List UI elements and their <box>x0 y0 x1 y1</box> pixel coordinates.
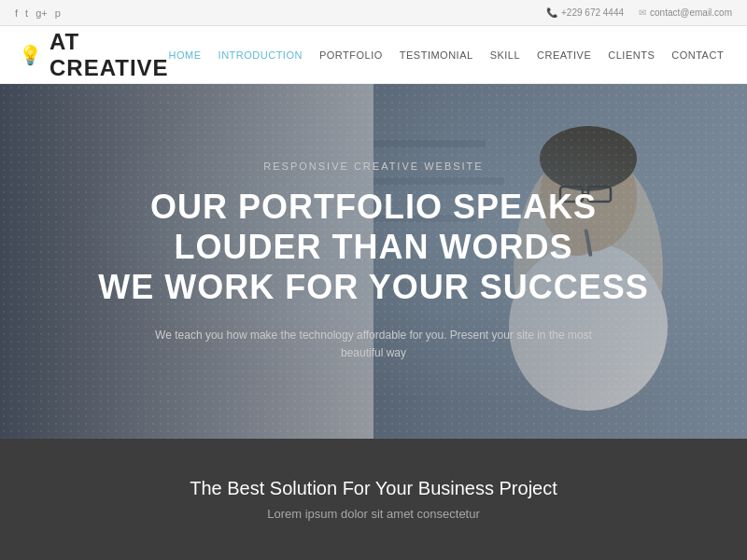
hero-title: OUR PORTFOLIO SPEAKS LOUDER THAN WORDS W… <box>75 187 672 308</box>
nav-testimonial[interactable]: TESTIMONIAL <box>400 49 473 61</box>
phone-info: 📞 +229 672 4444 <box>546 7 624 18</box>
email-address: contact@email.com <box>650 7 732 18</box>
phone-number: +229 672 4444 <box>561 7 624 18</box>
hero-content: RESPONSIVE CREATIVE WEBSITE OUR PORTFOLI… <box>37 161 710 362</box>
hero-title-line2: WE WORK FOR YOUR SUCCESS <box>98 268 648 306</box>
bottom-section: The Best Solution For Your Business Proj… <box>0 439 747 560</box>
hero-description: We teach you how make the technology aff… <box>140 327 607 362</box>
nav-contact[interactable]: CONTACT <box>671 49 724 61</box>
contact-info: 📞 +229 672 4444 ✉ contact@email.com <box>546 7 732 18</box>
top-bar: f t g+ p 📞 +229 672 4444 ✉ contact@email… <box>0 0 747 26</box>
logo-icon: 💡 <box>19 44 42 66</box>
navbar: 💡 AT CREATIVE HOME INTRODUCTION PORTFOLI… <box>0 26 747 84</box>
bottom-title: The Best Solution For Your Business Proj… <box>190 478 557 499</box>
facebook-icon[interactable]: f <box>15 7 18 19</box>
logo[interactable]: 💡 AT CREATIVE <box>19 29 169 81</box>
phone-icon: 📞 <box>546 7 557 18</box>
hero-section: RESPONSIVE CREATIVE WEBSITE OUR PORTFOLI… <box>0 84 747 439</box>
social-icons: f t g+ p <box>15 7 61 19</box>
nav-home[interactable]: HOME <box>169 49 202 61</box>
nav-links: HOME INTRODUCTION PORTFOLIO TESTIMONIAL … <box>169 45 747 64</box>
pinterest-icon[interactable]: p <box>55 7 61 19</box>
nav-introduction[interactable]: INTRODUCTION <box>218 49 303 61</box>
nav-creative[interactable]: CREATIVE <box>537 49 591 61</box>
nav-clients[interactable]: CLIENTS <box>608 49 655 61</box>
hero-subtitle: RESPONSIVE CREATIVE WEBSITE <box>75 161 672 172</box>
bottom-subtitle: Lorem ipsum dolor sit amet consectetur <box>267 507 480 521</box>
email-icon: ✉ <box>639 7 646 18</box>
twitter-icon[interactable]: t <box>25 7 28 19</box>
hero-title-line1: OUR PORTFOLIO SPEAKS LOUDER THAN WORDS <box>150 188 597 266</box>
logo-text: AT CREATIVE <box>49 29 169 81</box>
email-info: ✉ contact@email.com <box>639 7 732 18</box>
googleplus-icon[interactable]: g+ <box>35 7 48 19</box>
nav-portfolio[interactable]: PORTFOLIO <box>319 49 383 61</box>
nav-skill[interactable]: SKILL <box>490 49 520 61</box>
